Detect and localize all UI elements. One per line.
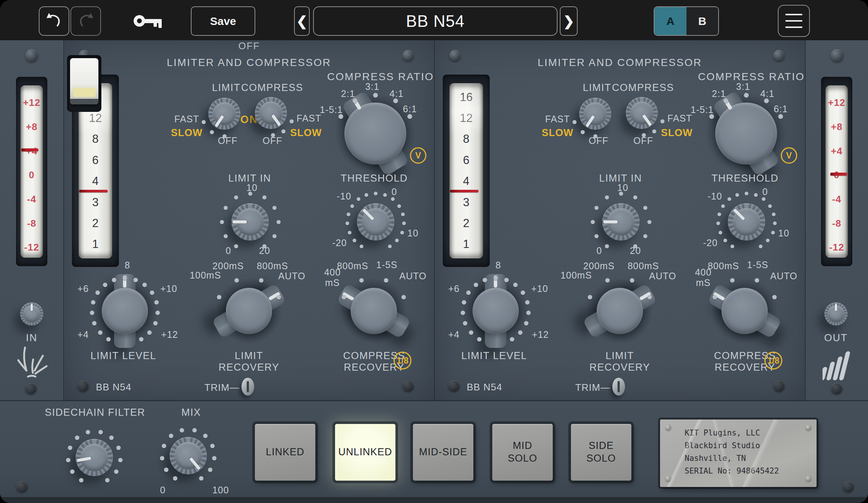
vu-tick: +4 [826, 145, 848, 157]
hamburger-icon [785, 14, 802, 28]
panel-bottom-edge [0, 497, 868, 503]
screw [773, 50, 785, 61]
power-off-label: OFF [64, 40, 435, 52]
menu-button[interactable] [778, 5, 810, 37]
mid-solo-button[interactable]: MID SOLO [492, 424, 553, 481]
limit-recovery-label: RECOVERY [212, 362, 286, 373]
compress-recovery-tick: 1-5S [732, 260, 784, 270]
gr-tick: 6 [79, 154, 113, 167]
screw [831, 49, 843, 62]
ab-compare-toggle: A B [654, 6, 719, 36]
prev-preset-button[interactable]: ❮ [294, 6, 310, 36]
vintage-badge[interactable]: V [781, 147, 797, 164]
serial-plate: KIT Plugins, LLC Blackbird Studio Nashvi… [660, 419, 817, 487]
input-knob-label: IN [13, 332, 50, 343]
license-key-icon[interactable] [133, 10, 165, 31]
limit-level-tick: 8 [480, 260, 517, 270]
gr-tick: 8 [79, 132, 113, 146]
threshold-tick: -10 [696, 191, 733, 201]
limit-level-tick: +6 [435, 283, 473, 294]
limit-level-tick: +4 [435, 329, 473, 340]
vu-tick: -12 [826, 242, 848, 253]
vu-tick: +12 [826, 97, 848, 109]
mix-knob[interactable] [157, 424, 220, 487]
limit-level-tick: 8 [109, 260, 146, 270]
bottom-section: SIDECHAIN FILTER MIX 0 100 LINKED UNLINK… [0, 401, 868, 503]
ratio-badge[interactable]: 1/8 [764, 352, 782, 370]
limit-in-tick: 10 [233, 182, 271, 193]
screw [805, 425, 811, 431]
vu-tick: -12 [20, 242, 43, 253]
threshold-tick: -20 [321, 238, 358, 248]
input-vu-meter: +12 +8 +4 0 -4 -8 -12 [16, 77, 47, 266]
trim-screw-slider[interactable] [242, 378, 254, 396]
limit-recovery-label: RECOVERY [583, 362, 657, 373]
limit-level-tick: +6 [64, 283, 102, 294]
plate-line: Blackbird Studio [685, 441, 760, 450]
trim-label: TRIM— [180, 382, 240, 393]
section-title: LIMITER AND COMPRESSOR [508, 57, 732, 68]
input-strip: +12 +8 +4 0 -4 -8 -12 IN [0, 40, 64, 401]
limit-recovery-tick: AUTO [266, 271, 318, 281]
vintage-badge[interactable]: V [410, 147, 426, 164]
gr-needle [450, 190, 478, 192]
trim-label: TRIM— [551, 382, 610, 393]
preset-name-field[interactable]: BB N54 [313, 6, 558, 36]
input-gain-knob[interactable] [20, 302, 43, 326]
model-label: BB N54 [458, 382, 511, 393]
threshold-tick: 0 [747, 186, 784, 197]
unlinked-button[interactable]: UNLINKED [335, 424, 395, 481]
mid-side-button[interactable]: MID-SIDE [413, 424, 473, 481]
output-strip: +12 +8 +4 0 -4 -8 -12 OUT [805, 40, 868, 401]
model-label: BB N54 [88, 382, 140, 393]
vu-tick: -8 [826, 217, 848, 229]
compress-ratio-knob[interactable] [700, 87, 793, 180]
ratio-badge[interactable]: 1/8 [394, 352, 411, 370]
sidechain-filter-knob[interactable] [63, 426, 126, 489]
side-solo-button[interactable]: SIDE SOLO [571, 424, 631, 481]
screw [665, 476, 671, 482]
trim-screw-slider[interactable] [612, 378, 625, 396]
screw [25, 383, 37, 394]
ratio-tick: 6:1 [391, 104, 429, 114]
gr-tick: 2 [449, 217, 483, 230]
compress-recovery-tick: AUTO [758, 271, 810, 281]
screw [843, 481, 854, 492]
mix-max-tick: 100 [202, 485, 239, 495]
linked-button[interactable]: LINKED [255, 424, 315, 481]
rack-panel: +12 +8 +4 0 -4 -8 -12 IN [0, 40, 868, 503]
next-preset-button[interactable]: ❯ [560, 6, 578, 36]
ratio-tick: 4:1 [749, 88, 786, 99]
limit-in-tick: 10 [604, 182, 641, 193]
limit-recovery-tick: 100mS [179, 270, 231, 280]
gr-tick: 3 [449, 196, 483, 209]
limit-in-tick: 0 [581, 245, 618, 256]
kit-plugins-logo-icon [823, 344, 852, 381]
compress-ratio-knob[interactable] [329, 87, 422, 180]
save-button[interactable]: Save [191, 6, 255, 36]
gr-tick: 6 [449, 154, 483, 167]
limit-recovery-tick: 800mS [617, 261, 669, 271]
screw [448, 380, 460, 392]
gr-tick: 1 [449, 238, 483, 251]
threshold-tick: 10 [394, 228, 432, 238]
limit-level-knob[interactable] [453, 268, 539, 354]
threshold-tick: -20 [692, 238, 729, 248]
compress-off-label: OFF [246, 135, 299, 146]
gr-tick: 8 [449, 132, 483, 146]
limit-level-knob[interactable] [82, 268, 168, 354]
panel-seam [805, 40, 806, 401]
vu-tick: -4 [826, 193, 848, 205]
power-switch[interactable] [67, 55, 101, 112]
ab-toggle-a[interactable]: A [654, 7, 686, 35]
output-gain-knob[interactable] [824, 302, 848, 326]
undo-button[interactable] [39, 6, 69, 36]
ab-toggle-b[interactable]: B [686, 7, 719, 35]
gr-tick: 2 [79, 217, 113, 230]
redo-button[interactable] [70, 6, 101, 36]
channel-right: LIMITER AND COMPRESSOR 16 12 8 6 4 3 2 1… [435, 40, 805, 401]
sidechain-filter-label: SIDECHAIN FILTER [39, 407, 151, 418]
chevron-left-icon: ❮ [296, 15, 307, 28]
panel-seam [63, 40, 64, 401]
panel-seam [434, 40, 435, 401]
